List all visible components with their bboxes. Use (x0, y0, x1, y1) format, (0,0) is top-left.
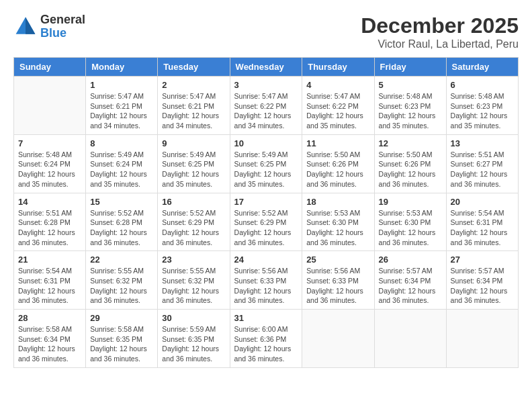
day-number: 5 (379, 80, 442, 90)
day-info: Sunrise: 5:50 AMSunset: 6:26 PMDaylight:… (379, 150, 442, 189)
calendar-cell: 13Sunrise: 5:51 AMSunset: 6:27 PMDayligh… (446, 134, 518, 193)
calendar-cell: 29Sunrise: 5:58 AMSunset: 6:35 PMDayligh… (86, 310, 158, 368)
day-info: Sunrise: 5:52 AMSunset: 6:29 PMDaylight:… (234, 208, 298, 248)
calendar-cell: 18Sunrise: 5:53 AMSunset: 6:30 PMDayligh… (302, 193, 374, 251)
calendar-cell: 11Sunrise: 5:50 AMSunset: 6:26 PMDayligh… (302, 134, 374, 193)
logo: General Blue (13, 13, 85, 40)
day-number: 16 (162, 197, 225, 207)
day-info: Sunrise: 5:48 AMSunset: 6:23 PMDaylight:… (379, 91, 442, 131)
day-info: Sunrise: 5:48 AMSunset: 6:23 PMDaylight:… (451, 91, 514, 131)
calendar-cell: 17Sunrise: 5:52 AMSunset: 6:29 PMDayligh… (230, 193, 302, 251)
day-number: 10 (234, 138, 298, 148)
calendar-week-4: 21Sunrise: 5:54 AMSunset: 6:31 PMDayligh… (14, 251, 519, 310)
day-number: 18 (306, 197, 369, 207)
calendar-cell: 10Sunrise: 5:49 AMSunset: 6:25 PMDayligh… (230, 134, 302, 193)
calendar-cell: 3Sunrise: 5:47 AMSunset: 6:22 PMDaylight… (230, 77, 302, 135)
calendar-cell: 2Sunrise: 5:47 AMSunset: 6:21 PMDaylight… (158, 77, 230, 135)
day-info: Sunrise: 5:51 AMSunset: 6:27 PMDaylight:… (451, 150, 514, 189)
day-info: Sunrise: 5:59 AMSunset: 6:35 PMDaylight:… (162, 324, 225, 364)
day-number: 15 (90, 197, 153, 207)
day-number: 19 (379, 197, 442, 207)
day-info: Sunrise: 5:47 AMSunset: 6:21 PMDaylight:… (162, 91, 225, 131)
day-number: 26 (379, 255, 442, 265)
day-info: Sunrise: 5:51 AMSunset: 6:28 PMDaylight:… (18, 208, 81, 248)
calendar-cell: 20Sunrise: 5:54 AMSunset: 6:31 PMDayligh… (446, 193, 518, 251)
logo-general-text: General (40, 13, 85, 27)
day-info: Sunrise: 5:57 AMSunset: 6:34 PMDaylight:… (451, 266, 514, 306)
day-number: 21 (18, 255, 81, 265)
calendar-cell: 30Sunrise: 5:59 AMSunset: 6:35 PMDayligh… (158, 310, 230, 368)
day-number: 28 (18, 313, 81, 323)
day-number: 24 (234, 255, 298, 265)
day-info: Sunrise: 5:53 AMSunset: 6:30 PMDaylight:… (379, 208, 442, 248)
calendar-cell: 28Sunrise: 5:58 AMSunset: 6:34 PMDayligh… (14, 310, 86, 368)
calendar-cell: 7Sunrise: 5:48 AMSunset: 6:24 PMDaylight… (14, 134, 86, 193)
location-title: Victor Raul, La Libertad, Peru (361, 38, 519, 50)
calendar-cell: 14Sunrise: 5:51 AMSunset: 6:28 PMDayligh… (14, 193, 86, 251)
day-number: 22 (90, 255, 153, 265)
day-info: Sunrise: 5:56 AMSunset: 6:33 PMDaylight:… (306, 266, 369, 306)
logo-blue-text: Blue (40, 27, 85, 40)
calendar-cell (374, 310, 446, 368)
day-number: 25 (306, 255, 369, 265)
calendar-cell (446, 310, 518, 368)
day-number: 7 (18, 138, 81, 148)
month-title: December 2025 (361, 13, 519, 38)
logo-text: General Blue (40, 13, 85, 40)
col-header-monday: Monday (86, 58, 158, 77)
day-info: Sunrise: 5:50 AMSunset: 6:26 PMDaylight:… (306, 150, 369, 189)
header: General Blue December 2025 Victor Raul, … (13, 13, 519, 50)
calendar-cell (14, 77, 86, 135)
day-info: Sunrise: 5:55 AMSunset: 6:32 PMDaylight:… (90, 266, 153, 306)
day-number: 30 (162, 313, 225, 323)
day-info: Sunrise: 5:52 AMSunset: 6:29 PMDaylight:… (162, 208, 225, 248)
col-header-wednesday: Wednesday (230, 58, 302, 77)
day-info: Sunrise: 5:48 AMSunset: 6:24 PMDaylight:… (18, 150, 81, 189)
calendar-cell: 15Sunrise: 5:52 AMSunset: 6:28 PMDayligh… (86, 193, 158, 251)
col-header-sunday: Sunday (14, 58, 86, 77)
day-info: Sunrise: 5:47 AMSunset: 6:21 PMDaylight:… (90, 91, 153, 131)
calendar-week-3: 14Sunrise: 5:51 AMSunset: 6:28 PMDayligh… (14, 193, 519, 251)
day-number: 14 (18, 197, 81, 207)
calendar-week-5: 28Sunrise: 5:58 AMSunset: 6:34 PMDayligh… (14, 310, 519, 368)
calendar-header-row: SundayMondayTuesdayWednesdayThursdayFrid… (14, 58, 519, 77)
calendar-cell: 5Sunrise: 5:48 AMSunset: 6:23 PMDaylight… (374, 77, 446, 135)
calendar-cell: 31Sunrise: 6:00 AMSunset: 6:36 PMDayligh… (230, 310, 302, 368)
day-info: Sunrise: 5:58 AMSunset: 6:35 PMDaylight:… (90, 324, 153, 364)
day-info: Sunrise: 5:54 AMSunset: 6:31 PMDaylight:… (451, 208, 514, 248)
day-info: Sunrise: 5:49 AMSunset: 6:25 PMDaylight:… (234, 150, 298, 189)
title-area: December 2025 Victor Raul, La Libertad, … (361, 13, 519, 50)
logo-icon (13, 15, 38, 39)
day-number: 4 (306, 80, 369, 90)
col-header-tuesday: Tuesday (158, 58, 230, 77)
calendar-cell: 16Sunrise: 5:52 AMSunset: 6:29 PMDayligh… (158, 193, 230, 251)
calendar-cell: 22Sunrise: 5:55 AMSunset: 6:32 PMDayligh… (86, 251, 158, 310)
day-number: 1 (90, 80, 153, 90)
calendar-cell: 4Sunrise: 5:47 AMSunset: 6:22 PMDaylight… (302, 77, 374, 135)
calendar-cell: 6Sunrise: 5:48 AMSunset: 6:23 PMDaylight… (446, 77, 518, 135)
calendar-cell: 19Sunrise: 5:53 AMSunset: 6:30 PMDayligh… (374, 193, 446, 251)
calendar-cell: 26Sunrise: 5:57 AMSunset: 6:34 PMDayligh… (374, 251, 446, 310)
calendar-cell: 23Sunrise: 5:55 AMSunset: 6:32 PMDayligh… (158, 251, 230, 310)
calendar-week-2: 7Sunrise: 5:48 AMSunset: 6:24 PMDaylight… (14, 134, 519, 193)
calendar-cell: 21Sunrise: 5:54 AMSunset: 6:31 PMDayligh… (14, 251, 86, 310)
day-number: 23 (162, 255, 225, 265)
day-info: Sunrise: 5:55 AMSunset: 6:32 PMDaylight:… (162, 266, 225, 306)
day-info: Sunrise: 5:56 AMSunset: 6:33 PMDaylight:… (234, 266, 298, 306)
day-info: Sunrise: 5:49 AMSunset: 6:25 PMDaylight:… (162, 150, 225, 189)
day-number: 31 (234, 313, 298, 323)
day-number: 27 (451, 255, 514, 265)
calendar: SundayMondayTuesdayWednesdayThursdayFrid… (13, 57, 519, 368)
calendar-week-1: 1Sunrise: 5:47 AMSunset: 6:21 PMDaylight… (14, 77, 519, 135)
day-number: 13 (451, 138, 514, 148)
day-number: 9 (162, 138, 225, 148)
day-info: Sunrise: 5:52 AMSunset: 6:28 PMDaylight:… (90, 208, 153, 248)
calendar-cell: 9Sunrise: 5:49 AMSunset: 6:25 PMDaylight… (158, 134, 230, 193)
day-number: 29 (90, 313, 153, 323)
day-info: Sunrise: 5:54 AMSunset: 6:31 PMDaylight:… (18, 266, 81, 306)
day-number: 11 (306, 138, 369, 148)
calendar-cell: 27Sunrise: 5:57 AMSunset: 6:34 PMDayligh… (446, 251, 518, 310)
day-number: 17 (234, 197, 298, 207)
calendar-cell: 25Sunrise: 5:56 AMSunset: 6:33 PMDayligh… (302, 251, 374, 310)
day-number: 3 (234, 80, 298, 90)
